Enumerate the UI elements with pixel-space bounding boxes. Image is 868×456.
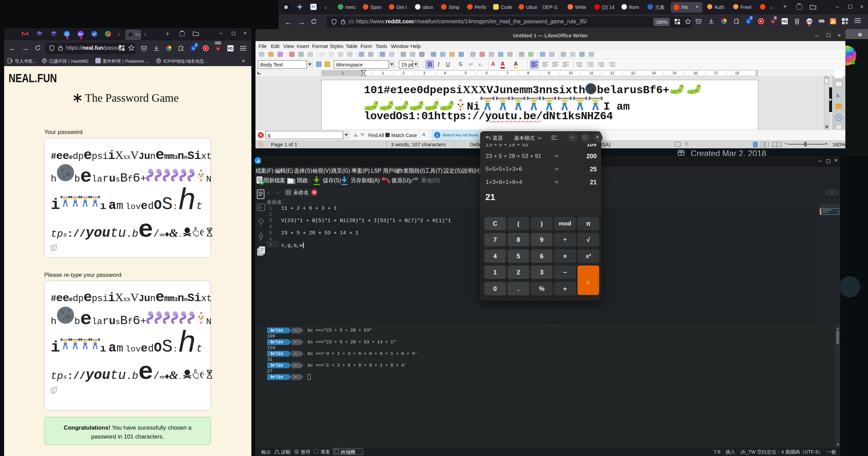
svg-text:b: b: [747, 20, 749, 23]
svg-text:Q: Q: [295, 450, 298, 454]
svg-text:w: w: [217, 47, 219, 50]
svg-text:b: b: [192, 47, 194, 50]
svg-text:rM: rM: [807, 20, 812, 23]
svg-text:w: w: [772, 20, 774, 23]
svg-text:6: 6: [108, 33, 110, 37]
